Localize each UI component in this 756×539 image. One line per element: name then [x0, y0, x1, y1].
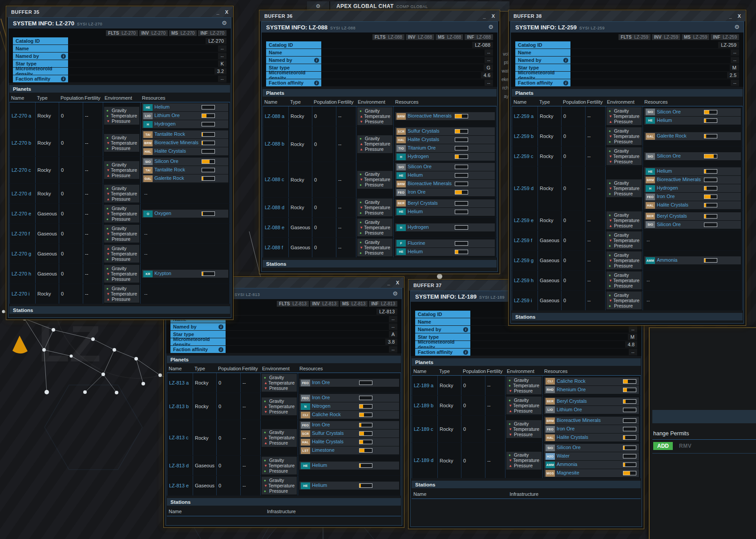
resource-link[interactable]: Oxygen [154, 211, 200, 216]
planet-link[interactable]: LZ-270 h [12, 271, 33, 277]
resource-link[interactable]: Limestone [312, 448, 357, 453]
resource-link[interactable]: Beryl Crystals [657, 214, 702, 219]
resource-link[interactable]: Helium [408, 249, 453, 255]
resource-link[interactable]: Bioreactive Minerals [154, 140, 200, 146]
resource-link[interactable]: Helium [657, 169, 702, 174]
resource-link[interactable]: Silicon Ore [657, 222, 702, 227]
tab-inv[interactable]: INV LZ-259 [652, 34, 680, 40]
planet-link[interactable]: LZ-813 b [169, 404, 191, 409]
resource-link[interactable]: Helium [657, 118, 702, 123]
planet-link[interactable]: LZ-088 c [265, 177, 287, 182]
resource-link[interactable]: Lithium Ore [557, 407, 621, 413]
resource-link[interactable]: Lithium Ore [154, 113, 200, 118]
minimize-button[interactable]: _ [217, 10, 219, 15]
info-icon[interactable]: i [463, 327, 468, 332]
planet-link[interactable]: LZ-813 d [169, 463, 191, 469]
resource-link[interactable]: Iron Ore [312, 422, 357, 428]
resource-link[interactable]: Silicon Ore [657, 109, 702, 115]
planet-link[interactable]: LZ-088 b [265, 141, 287, 147]
planet-link[interactable]: LZ-813 e [169, 483, 191, 489]
resource-link[interactable]: Hydrogen [408, 154, 453, 159]
planet-link[interactable]: LZ-813 c [169, 435, 191, 441]
resource-link[interactable]: Silicon Ore [154, 159, 200, 164]
info-icon[interactable]: i [563, 81, 568, 85]
resource-link[interactable]: Iron Ore [312, 395, 357, 401]
resource-link[interactable]: Halite Crystals [154, 149, 200, 154]
tab-ms[interactable]: MS LZ-270 [169, 30, 197, 36]
planet-link[interactable]: LZ-270 b [12, 140, 33, 146]
resource-link[interactable]: Bioreactive Minerals [408, 181, 453, 186]
planet-link[interactable]: LZ-189 d [414, 458, 436, 463]
resource-link[interactable]: Magnesite [557, 470, 621, 476]
resource-link[interactable]: Iron Ore [408, 190, 453, 195]
resource-link[interactable]: Helium [154, 105, 200, 110]
resource-link[interactable]: Bioreactive Minerals [657, 177, 702, 182]
gear-icon[interactable]: ⚙ [222, 20, 227, 26]
remove-button[interactable]: RMV [679, 443, 691, 449]
resource-link[interactable]: Helium [408, 209, 453, 215]
resource-link[interactable]: Galerite Rock [154, 176, 200, 181]
tab-ms[interactable]: MS LZ-813 [340, 301, 368, 307]
planet-link[interactable]: LZ-813 a [169, 380, 191, 386]
resource-link[interactable]: Galerite Rock [657, 134, 702, 139]
window-titlebar[interactable]: BUFFER 35_X [7, 7, 233, 17]
resource-link[interactable]: Helium [312, 483, 357, 488]
info-icon[interactable]: i [314, 81, 319, 85]
planet-link[interactable]: LZ-259 d [514, 186, 536, 191]
tab-inf[interactable]: INF LZ-813 [369, 301, 397, 307]
resource-link[interactable]: Bioreactive Minerals [557, 418, 621, 423]
planet-link[interactable]: LZ-189 a [414, 383, 436, 389]
planet-link[interactable]: LZ-259 i [514, 298, 536, 304]
close-button[interactable]: X [396, 280, 399, 285]
planet-link[interactable]: LZ-270 d [12, 191, 33, 197]
resource-link[interactable]: Titanium Ore [408, 146, 453, 151]
resource-link[interactable]: Halite Crystals [557, 435, 621, 440]
resource-link[interactable]: Nitrogen [312, 404, 357, 409]
tab-inf[interactable]: INF LZ-088 [465, 34, 493, 40]
minimize-button[interactable]: _ [388, 280, 390, 285]
tab-inv[interactable]: INV LZ-088 [406, 34, 434, 40]
close-button[interactable]: X [492, 14, 495, 19]
info-icon[interactable]: i [61, 77, 66, 81]
tab-ms[interactable]: MS LZ-259 [682, 34, 709, 40]
planet-link[interactable]: LZ-259 a [514, 113, 536, 119]
resource-link[interactable]: Hydrogen [657, 186, 702, 191]
planet-link[interactable]: LZ-088 f [265, 245, 287, 251]
planet-link[interactable]: LZ-088 a [265, 113, 287, 119]
planet-link[interactable]: LZ-088 e [265, 225, 287, 231]
resource-link[interactable]: Hydrogen [154, 122, 200, 127]
tab-inv[interactable]: INV LZ-813 [310, 301, 339, 307]
gear-icon[interactable]: ⚙ [734, 24, 740, 30]
add-button[interactable]: ADD [653, 442, 673, 450]
info-icon[interactable]: i [218, 324, 223, 329]
resource-link[interactable]: Beryl Crystals [557, 399, 621, 404]
resource-link[interactable]: Helium [408, 173, 453, 178]
gear-icon[interactable]: ⚙ [392, 291, 398, 296]
planet-link[interactable]: LZ-259 g [514, 258, 536, 263]
resource-link[interactable]: Hydrogen [408, 225, 453, 230]
gear-icon[interactable]: ⚙ [316, 3, 321, 9]
tab-flts[interactable]: FLTS LZ-270 [106, 30, 138, 36]
resource-link[interactable]: Helium [312, 463, 357, 468]
resource-link[interactable]: Sulfur Crystals [408, 129, 453, 134]
resource-link[interactable]: Tantalite Rock [154, 132, 200, 137]
planet-link[interactable]: LZ-270 c [12, 167, 33, 173]
resource-link[interactable]: Krypton [154, 271, 200, 276]
tab-inf[interactable]: INF LZ-270 [198, 30, 226, 36]
info-icon[interactable]: i [463, 350, 468, 355]
info-icon[interactable]: i [563, 58, 568, 63]
resource-link[interactable]: Bioreactive Minerals [408, 113, 453, 119]
tab-inv[interactable]: INV LZ-270 [139, 30, 168, 36]
planet-link[interactable]: LZ-189 c [414, 426, 436, 432]
resource-link[interactable]: Fluorine [408, 241, 453, 246]
resource-link[interactable]: Rhenium Ore [557, 387, 621, 393]
resource-link[interactable]: Sulfur Crystals [312, 431, 357, 436]
resource-link[interactable]: Water [557, 454, 621, 459]
close-button[interactable]: X [738, 14, 741, 19]
planet-link[interactable]: LZ-270 i [12, 291, 33, 297]
info-icon[interactable]: i [61, 54, 66, 59]
planet-link[interactable]: LZ-270 a [12, 113, 33, 119]
resource-link[interactable]: Halite Crystals [312, 439, 357, 445]
resource-link[interactable]: Halite Crystals [408, 137, 453, 142]
planet-link[interactable]: LZ-088 d [265, 205, 287, 211]
